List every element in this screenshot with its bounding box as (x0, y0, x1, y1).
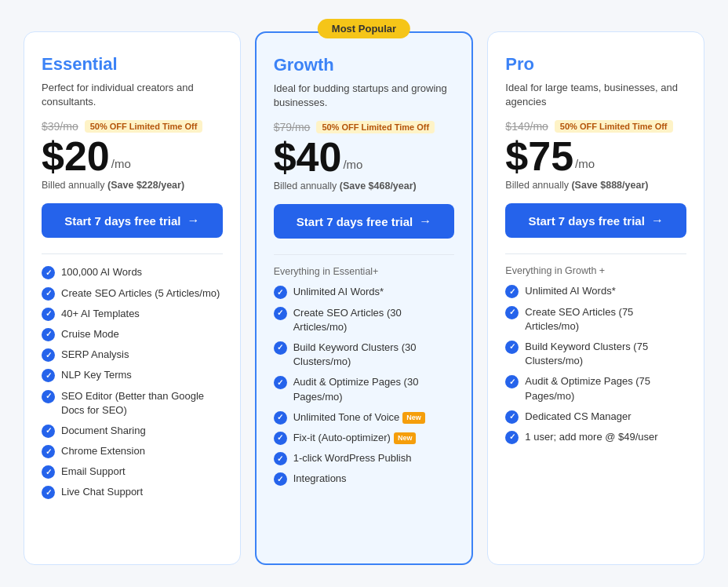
feature-item-growth-7: Integrations (274, 472, 455, 486)
divider-essential (42, 253, 223, 254)
price-dollar-essential: $20 (42, 136, 110, 177)
check-icon-growth-0 (274, 286, 287, 299)
check-icon-pro-0 (505, 285, 519, 298)
price-original-growth: $79/mo (274, 121, 311, 133)
billed-annually-essential: Billed annually (Save $228/year) (42, 180, 223, 191)
plan-desc-growth: Ideal for budding startups and growing b… (274, 82, 455, 110)
check-icon-pro-5 (505, 431, 519, 444)
price-per-mo-growth: /mo (341, 158, 362, 171)
feature-item-growth-5: Fix-it (Auto-optimizer)New (274, 431, 455, 445)
feature-item-essential-2: 40+ AI Templates (42, 307, 223, 321)
feature-item-essential-0: 100,000 AI Words (42, 265, 223, 279)
feature-item-essential-9: Email Support (42, 465, 223, 479)
feature-text-growth-7: Integrations (293, 472, 347, 486)
plan-card-essential: Essential Perfect for individual creator… (24, 31, 241, 565)
plan-name-growth: Growth (274, 55, 455, 75)
trial-btn-essential[interactable]: Start 7 days free trial → (42, 203, 223, 238)
feature-text-pro-5: 1 user; add more @ $49/user (525, 430, 657, 444)
feature-item-pro-4: Dedicated CS Manager (505, 410, 686, 424)
feature-text-growth-0: Unlimited AI Words* (293, 285, 384, 299)
plan-card-pro: Pro Ideal for large teams, businesses, a… (487, 31, 704, 565)
feature-text-essential-2: 40+ AI Templates (61, 307, 140, 321)
plan-name-essential: Essential (42, 54, 223, 75)
feature-text-pro-1: Create SEO Articles (75 Articles/mo) (525, 305, 686, 334)
new-badge: New (402, 412, 425, 424)
feature-item-growth-0: Unlimited AI Words* (274, 285, 455, 299)
feature-item-pro-1: Create SEO Articles (75 Articles/mo) (505, 305, 686, 334)
check-icon-growth-4 (274, 411, 287, 425)
price-main-essential: $20 /mo (42, 136, 223, 177)
check-icon-essential-7 (42, 425, 55, 438)
arrow-icon-essential: → (187, 213, 200, 228)
price-original-pro: $149/mo (505, 120, 548, 133)
discount-badge-essential: 50% OFF Limited Time Off (85, 120, 203, 133)
trial-btn-pro[interactable]: Start 7 days free trial → (505, 203, 686, 238)
trial-btn-label-pro: Start 7 days free trial (528, 214, 644, 228)
feature-item-essential-3: Cruise Mode (42, 327, 223, 341)
check-icon-growth-5 (274, 432, 287, 445)
check-icon-essential-1 (42, 287, 55, 301)
feature-text-growth-4: Unlimited Tone of VoiceNew (293, 410, 425, 425)
feature-text-growth-1: Create SEO Articles (30 Articles/mo) (293, 306, 455, 334)
feature-text-essential-9: Email Support (61, 465, 126, 479)
check-icon-growth-7 (274, 472, 287, 486)
trial-btn-growth[interactable]: Start 7 days free trial → (274, 204, 455, 239)
feature-item-essential-6: SEO Editor (Better than Google Docs for … (42, 389, 223, 417)
check-icon-growth-6 (274, 452, 287, 465)
check-icon-growth-3 (274, 376, 287, 389)
section-label-growth: Everything in Essential+ (274, 266, 455, 277)
price-original-row-essential: $39/mo 50% OFF Limited Time Off (42, 120, 223, 133)
price-original-row-pro: $149/mo 50% OFF Limited Time Off (505, 120, 686, 133)
arrow-icon-pro: → (651, 213, 664, 228)
feature-text-pro-4: Dedicated CS Manager (525, 410, 631, 424)
check-icon-pro-1 (505, 306, 519, 319)
feature-text-growth-3: Audit & Optimize Pages (30 Pages/mo) (293, 375, 455, 403)
check-icon-essential-10 (42, 486, 55, 499)
feature-text-essential-8: Chrome Extension (61, 444, 145, 458)
billed-annually-pro: Billed annually (Save $888/year) (505, 180, 686, 191)
check-icon-pro-2 (505, 341, 519, 354)
feature-item-essential-5: NLP Key Terms (42, 368, 223, 382)
feature-text-essential-1: Create SEO Articles (5 Articles/mo) (61, 286, 220, 301)
feature-text-essential-3: Cruise Mode (61, 327, 119, 341)
plan-desc-pro: Ideal for large teams, businesses, and a… (505, 81, 686, 109)
plan-name-pro: Pro (505, 54, 686, 75)
feature-item-growth-2: Build Keyword Clusters (30 Clusters/mo) (274, 341, 455, 369)
divider-growth (274, 254, 455, 255)
price-dollar-growth: $40 (274, 137, 342, 177)
feature-item-essential-7: Document Sharing (42, 424, 223, 438)
check-icon-essential-5 (42, 369, 55, 382)
feature-text-essential-6: SEO Editor (Better than Google Docs for … (61, 389, 223, 417)
check-icon-essential-2 (42, 308, 55, 321)
price-per-mo-essential: /mo (110, 157, 131, 170)
trial-btn-label-essential: Start 7 days free trial (64, 214, 180, 228)
feature-list-essential: 100,000 AI Words Create SEO Articles (5 … (42, 265, 223, 499)
arrow-icon-growth: → (419, 214, 431, 228)
check-icon-essential-4 (42, 348, 55, 362)
feature-text-growth-2: Build Keyword Clusters (30 Clusters/mo) (293, 341, 455, 369)
plan-card-growth: Most Popular Growth Ideal for budding st… (255, 31, 474, 565)
feature-item-growth-3: Audit & Optimize Pages (30 Pages/mo) (274, 375, 455, 403)
feature-text-essential-7: Document Sharing (61, 424, 146, 438)
check-icon-essential-0 (42, 266, 55, 279)
feature-item-essential-4: SERP Analysis (42, 348, 223, 362)
feature-item-essential-10: Live Chat Support (42, 485, 223, 499)
feature-text-growth-5: Fix-it (Auto-optimizer)New (293, 431, 417, 445)
check-icon-essential-3 (42, 328, 55, 341)
pricing-container: Essential Perfect for individual creator… (16, 16, 712, 581)
check-icon-essential-6 (42, 390, 55, 403)
feature-item-pro-3: Audit & Optimize Pages (75 Pages/mo) (505, 374, 686, 403)
feature-list-pro: Unlimited AI Words* Create SEO Articles … (505, 284, 686, 444)
price-dollar-pro: $75 (505, 136, 573, 177)
feature-list-growth: Unlimited AI Words* Create SEO Articles … (274, 285, 455, 486)
feature-text-growth-6: 1-click WordPress Publish (293, 451, 412, 465)
price-original-essential: $39/mo (42, 120, 78, 133)
divider-pro (505, 253, 686, 254)
check-icon-essential-8 (42, 445, 55, 458)
check-icon-pro-3 (505, 375, 519, 388)
check-icon-pro-4 (505, 410, 519, 424)
feature-item-essential-1: Create SEO Articles (5 Articles/mo) (42, 286, 223, 301)
section-label-pro: Everything in Growth + (505, 265, 686, 276)
price-per-mo-pro: /mo (573, 157, 595, 170)
feature-text-essential-10: Live Chat Support (61, 485, 143, 499)
